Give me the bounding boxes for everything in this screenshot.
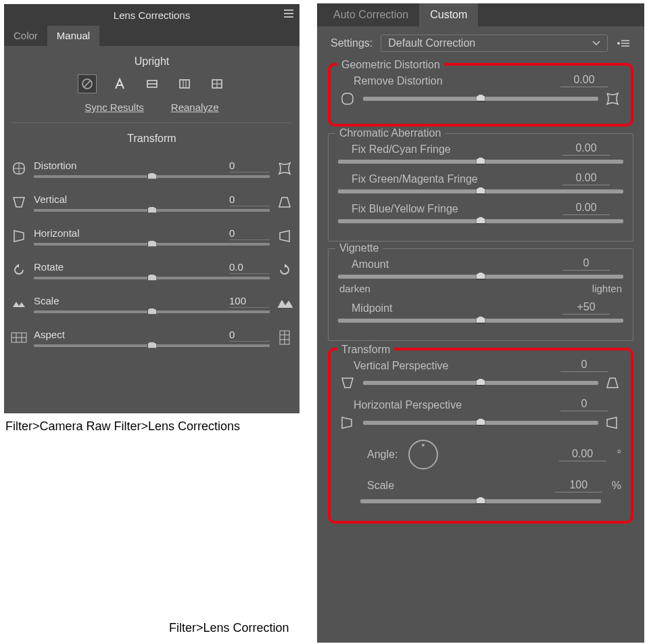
horizontal-value[interactable]: 0 [229, 227, 270, 240]
rotate-slider-row: Rotate0.0 [4, 253, 299, 287]
panel-header: Lens Corrections [4, 4, 299, 26]
divider [11, 122, 293, 123]
aspect-label: Aspect [34, 329, 65, 342]
fix-red-label: Fix Red/Cyan Fringe [352, 143, 451, 156]
distortion-slider[interactable] [34, 175, 270, 178]
fix-blue-label: Fix Blue/Yellow Fringe [352, 203, 458, 215]
upright-auto-button[interactable] [110, 74, 129, 93]
settings-dropdown[interactable]: Default Correction [381, 34, 608, 52]
horizontal-slider-row: Horizontal0 [4, 219, 299, 253]
tab-auto-correction[interactable]: Auto Correction [322, 3, 419, 26]
keystone-down-icon [11, 196, 27, 209]
vert-persp-slider[interactable] [363, 381, 598, 385]
aspect-slider[interactable] [34, 344, 270, 347]
rotate-label: Rotate [34, 261, 64, 274]
aspect-slider-row: Aspect0 [4, 321, 299, 354]
scale-slider[interactable] [34, 310, 270, 313]
vertical-slider-row: Vertical0 [4, 185, 299, 219]
transform-legend: Transform [337, 344, 394, 356]
upright-links: Sync Results Reanalyze [4, 101, 299, 113]
scale-slider-row: Scale100 [4, 287, 299, 321]
settings-label: Settings: [331, 37, 372, 49]
darken-hint: darken [339, 283, 370, 294]
chevron-down-icon [592, 41, 600, 46]
grid-wide-icon [11, 332, 27, 343]
svg-rect-25 [342, 93, 353, 104]
r-scale-value[interactable]: 100 [555, 479, 602, 492]
horizontal-slider[interactable] [34, 243, 270, 246]
keystone-left-icon [605, 415, 621, 430]
tab-manual[interactable]: Manual [47, 26, 99, 46]
svg-point-21 [617, 42, 620, 45]
fix-red-slider[interactable] [338, 160, 623, 164]
angle-dial[interactable] [408, 440, 438, 469]
fix-green-label: Fix Green/Magenta Fringe [352, 173, 478, 185]
mountains-small-icon [11, 299, 27, 308]
keystone-left-icon [277, 229, 293, 244]
panel-menu-icon[interactable] [283, 9, 294, 18]
keystone-down-icon [340, 376, 356, 390]
geometric-legend: Geometric Distortion [337, 59, 444, 71]
lens-corrections-panel: Lens Corrections Color Manual Upright Sy… [4, 4, 299, 413]
barrel-icon [11, 161, 27, 176]
rotate-value[interactable]: 0.0 [229, 261, 270, 274]
rotate-slider[interactable] [34, 277, 270, 279]
chromatic-aberration-group: Chromatic Aberration Fix Red/Cyan Fringe… [328, 133, 633, 242]
vert-persp-label: Vertical Perspective [354, 360, 449, 372]
left-caption: Filter>Camera Raw Filter>Lens Correction… [5, 419, 240, 434]
keystone-right-icon [11, 229, 27, 244]
amount-value[interactable]: 0 [562, 257, 610, 271]
svg-line-1 [84, 80, 91, 87]
vertical-label: Vertical [34, 193, 67, 206]
horiz-persp-slider[interactable] [363, 421, 598, 425]
distortion-slider-row: Distortion0 [4, 152, 299, 185]
remove-distortion-slider[interactable] [363, 97, 598, 101]
midpoint-label: Midpoint [352, 302, 392, 315]
angle-value[interactable]: 0.00 [559, 448, 606, 461]
settings-row: Settings: Default Correction [317, 26, 644, 60]
lighten-hint: lighten [592, 283, 622, 294]
amount-label: Amount [352, 258, 389, 271]
reanalyze-link[interactable]: Reanalyze [171, 101, 219, 113]
fix-blue-value[interactable]: 0.00 [562, 202, 610, 215]
pincushion-icon [605, 91, 621, 106]
settings-menu-icon[interactable] [616, 39, 631, 48]
svg-rect-4 [180, 80, 189, 88]
tab-color[interactable]: Color [4, 26, 47, 46]
sync-results-link[interactable]: Sync Results [85, 101, 144, 113]
aspect-value[interactable]: 0 [229, 329, 270, 342]
remove-distortion-value[interactable]: 0.00 [560, 74, 608, 87]
upright-level-button[interactable] [143, 74, 162, 93]
angle-label: Angle: [367, 448, 398, 461]
mountains-large-icon [277, 298, 293, 309]
upright-full-button[interactable] [208, 74, 226, 93]
r-scale-slider[interactable] [360, 499, 601, 503]
horiz-persp-value[interactable]: 0 [560, 398, 608, 411]
fix-green-slider[interactable] [338, 189, 623, 193]
distortion-label: Distortion [34, 160, 76, 172]
keystone-up-icon [277, 196, 293, 209]
upright-vertical-button[interactable] [175, 74, 194, 93]
r-scale-unit: % [612, 480, 621, 492]
midpoint-value[interactable]: +50 [562, 301, 610, 315]
amount-slider[interactable] [338, 275, 623, 279]
panel-title: Lens Corrections [114, 9, 190, 21]
keystone-up-icon [605, 376, 621, 390]
rotate-ccw-icon [11, 262, 27, 277]
fix-green-value[interactable]: 0.00 [562, 172, 610, 185]
fix-red-value[interactable]: 0.00 [562, 142, 610, 156]
barrel-icon [340, 91, 356, 106]
fix-blue-slider[interactable] [338, 219, 623, 223]
scale-value[interactable]: 100 [229, 295, 270, 308]
upright-off-button[interactable] [78, 74, 97, 93]
pincushion-icon [277, 161, 293, 176]
geometric-distortion-group: Geometric Distortion Remove Distortion0.… [328, 63, 633, 127]
vertical-slider[interactable] [34, 209, 270, 212]
settings-value: Default Correction [388, 37, 475, 49]
distortion-value[interactable]: 0 [229, 160, 270, 172]
midpoint-slider[interactable] [338, 319, 623, 323]
remove-distortion-label: Remove Distortion [354, 75, 443, 87]
vertical-value[interactable]: 0 [229, 193, 270, 206]
vert-persp-value[interactable]: 0 [560, 359, 608, 372]
tab-custom[interactable]: Custom [419, 3, 478, 26]
